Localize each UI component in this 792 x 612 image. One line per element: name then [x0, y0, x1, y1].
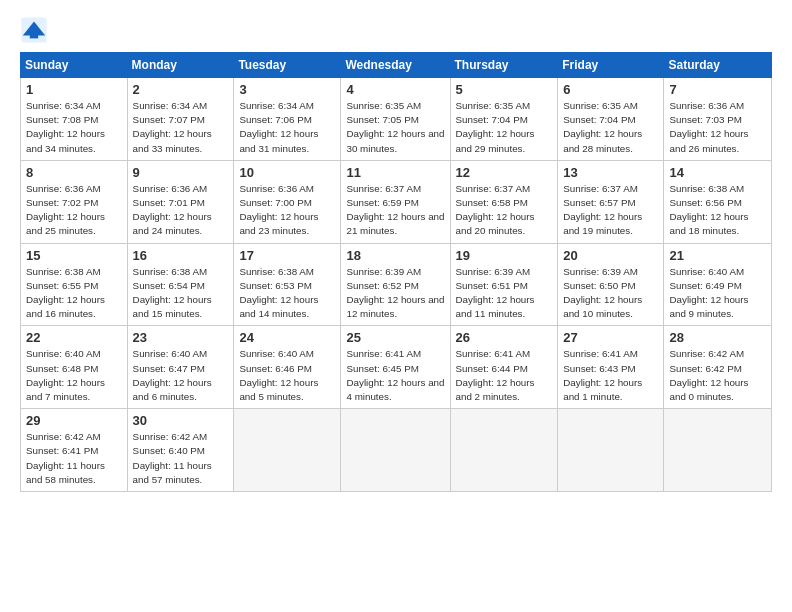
- calendar-cell: 16 Sunrise: 6:38 AMSunset: 6:54 PMDaylig…: [127, 243, 234, 326]
- day-number: 16: [133, 248, 229, 263]
- calendar-cell: 15 Sunrise: 6:38 AMSunset: 6:55 PMDaylig…: [21, 243, 128, 326]
- day-info: Sunrise: 6:42 AMSunset: 6:41 PMDaylight:…: [26, 431, 105, 485]
- day-info: Sunrise: 6:41 AMSunset: 6:43 PMDaylight:…: [563, 348, 642, 402]
- day-number: 24: [239, 330, 335, 345]
- day-number: 26: [456, 330, 553, 345]
- day-info: Sunrise: 6:42 AMSunset: 6:42 PMDaylight:…: [669, 348, 748, 402]
- day-number: 2: [133, 82, 229, 97]
- calendar-cell: 28 Sunrise: 6:42 AMSunset: 6:42 PMDaylig…: [664, 326, 772, 409]
- calendar-cell: 14 Sunrise: 6:38 AMSunset: 6:56 PMDaylig…: [664, 160, 772, 243]
- day-info: Sunrise: 6:36 AMSunset: 7:00 PMDaylight:…: [239, 183, 318, 237]
- header-sunday: Sunday: [21, 53, 128, 78]
- calendar-table: SundayMondayTuesdayWednesdayThursdayFrid…: [20, 52, 772, 492]
- calendar-cell: 21 Sunrise: 6:40 AMSunset: 6:49 PMDaylig…: [664, 243, 772, 326]
- calendar-cell: 11 Sunrise: 6:37 AMSunset: 6:59 PMDaylig…: [341, 160, 450, 243]
- day-number: 8: [26, 165, 122, 180]
- day-info: Sunrise: 6:42 AMSunset: 6:40 PMDaylight:…: [133, 431, 212, 485]
- day-number: 29: [26, 413, 122, 428]
- day-info: Sunrise: 6:36 AMSunset: 7:02 PMDaylight:…: [26, 183, 105, 237]
- logo: [20, 16, 52, 44]
- day-number: 13: [563, 165, 658, 180]
- calendar-cell: 9 Sunrise: 6:36 AMSunset: 7:01 PMDayligh…: [127, 160, 234, 243]
- header-wednesday: Wednesday: [341, 53, 450, 78]
- calendar-cell: 18 Sunrise: 6:39 AMSunset: 6:52 PMDaylig…: [341, 243, 450, 326]
- calendar-cell: 24 Sunrise: 6:40 AMSunset: 6:46 PMDaylig…: [234, 326, 341, 409]
- calendar-cell: 22 Sunrise: 6:40 AMSunset: 6:48 PMDaylig…: [21, 326, 128, 409]
- calendar-cell: 2 Sunrise: 6:34 AMSunset: 7:07 PMDayligh…: [127, 78, 234, 161]
- week-row-3: 15 Sunrise: 6:38 AMSunset: 6:55 PMDaylig…: [21, 243, 772, 326]
- day-number: 18: [346, 248, 444, 263]
- day-info: Sunrise: 6:40 AMSunset: 6:49 PMDaylight:…: [669, 266, 748, 320]
- day-number: 23: [133, 330, 229, 345]
- calendar-cell: [450, 409, 558, 492]
- day-info: Sunrise: 6:34 AMSunset: 7:06 PMDaylight:…: [239, 100, 318, 154]
- calendar-cell: [664, 409, 772, 492]
- day-info: Sunrise: 6:38 AMSunset: 6:54 PMDaylight:…: [133, 266, 212, 320]
- day-info: Sunrise: 6:37 AMSunset: 6:57 PMDaylight:…: [563, 183, 642, 237]
- day-number: 5: [456, 82, 553, 97]
- day-info: Sunrise: 6:40 AMSunset: 6:47 PMDaylight:…: [133, 348, 212, 402]
- day-info: Sunrise: 6:35 AMSunset: 7:04 PMDaylight:…: [456, 100, 535, 154]
- day-number: 25: [346, 330, 444, 345]
- day-info: Sunrise: 6:41 AMSunset: 6:44 PMDaylight:…: [456, 348, 535, 402]
- day-number: 27: [563, 330, 658, 345]
- day-number: 14: [669, 165, 766, 180]
- day-info: Sunrise: 6:38 AMSunset: 6:56 PMDaylight:…: [669, 183, 748, 237]
- calendar-cell: 5 Sunrise: 6:35 AMSunset: 7:04 PMDayligh…: [450, 78, 558, 161]
- header-thursday: Thursday: [450, 53, 558, 78]
- svg-rect-2: [30, 30, 38, 38]
- day-number: 19: [456, 248, 553, 263]
- calendar-header-row: SundayMondayTuesdayWednesdayThursdayFrid…: [21, 53, 772, 78]
- calendar-cell: [234, 409, 341, 492]
- calendar-cell: 17 Sunrise: 6:38 AMSunset: 6:53 PMDaylig…: [234, 243, 341, 326]
- day-number: 21: [669, 248, 766, 263]
- day-info: Sunrise: 6:39 AMSunset: 6:52 PMDaylight:…: [346, 266, 444, 320]
- day-info: Sunrise: 6:37 AMSunset: 6:58 PMDaylight:…: [456, 183, 535, 237]
- day-number: 15: [26, 248, 122, 263]
- day-info: Sunrise: 6:35 AMSunset: 7:05 PMDaylight:…: [346, 100, 444, 154]
- logo-icon: [20, 16, 48, 44]
- day-number: 17: [239, 248, 335, 263]
- calendar-cell: 30 Sunrise: 6:42 AMSunset: 6:40 PMDaylig…: [127, 409, 234, 492]
- calendar-cell: 10 Sunrise: 6:36 AMSunset: 7:00 PMDaylig…: [234, 160, 341, 243]
- day-number: 9: [133, 165, 229, 180]
- header-monday: Monday: [127, 53, 234, 78]
- header-friday: Friday: [558, 53, 664, 78]
- calendar-cell: [341, 409, 450, 492]
- day-number: 28: [669, 330, 766, 345]
- page: SundayMondayTuesdayWednesdayThursdayFrid…: [0, 0, 792, 612]
- header-saturday: Saturday: [664, 53, 772, 78]
- day-number: 22: [26, 330, 122, 345]
- calendar-cell: 6 Sunrise: 6:35 AMSunset: 7:04 PMDayligh…: [558, 78, 664, 161]
- day-number: 1: [26, 82, 122, 97]
- day-number: 30: [133, 413, 229, 428]
- day-info: Sunrise: 6:34 AMSunset: 7:08 PMDaylight:…: [26, 100, 105, 154]
- day-number: 11: [346, 165, 444, 180]
- day-number: 4: [346, 82, 444, 97]
- calendar-cell: 1 Sunrise: 6:34 AMSunset: 7:08 PMDayligh…: [21, 78, 128, 161]
- day-info: Sunrise: 6:41 AMSunset: 6:45 PMDaylight:…: [346, 348, 444, 402]
- week-row-4: 22 Sunrise: 6:40 AMSunset: 6:48 PMDaylig…: [21, 326, 772, 409]
- day-info: Sunrise: 6:38 AMSunset: 6:53 PMDaylight:…: [239, 266, 318, 320]
- header: [20, 16, 772, 44]
- week-row-1: 1 Sunrise: 6:34 AMSunset: 7:08 PMDayligh…: [21, 78, 772, 161]
- day-number: 7: [669, 82, 766, 97]
- week-row-2: 8 Sunrise: 6:36 AMSunset: 7:02 PMDayligh…: [21, 160, 772, 243]
- calendar-cell: 23 Sunrise: 6:40 AMSunset: 6:47 PMDaylig…: [127, 326, 234, 409]
- calendar-cell: 4 Sunrise: 6:35 AMSunset: 7:05 PMDayligh…: [341, 78, 450, 161]
- day-info: Sunrise: 6:34 AMSunset: 7:07 PMDaylight:…: [133, 100, 212, 154]
- calendar-cell: 3 Sunrise: 6:34 AMSunset: 7:06 PMDayligh…: [234, 78, 341, 161]
- day-number: 12: [456, 165, 553, 180]
- header-tuesday: Tuesday: [234, 53, 341, 78]
- day-info: Sunrise: 6:40 AMSunset: 6:46 PMDaylight:…: [239, 348, 318, 402]
- calendar-cell: [558, 409, 664, 492]
- day-number: 20: [563, 248, 658, 263]
- day-info: Sunrise: 6:36 AMSunset: 7:03 PMDaylight:…: [669, 100, 748, 154]
- day-info: Sunrise: 6:40 AMSunset: 6:48 PMDaylight:…: [26, 348, 105, 402]
- calendar-cell: 13 Sunrise: 6:37 AMSunset: 6:57 PMDaylig…: [558, 160, 664, 243]
- calendar-cell: 29 Sunrise: 6:42 AMSunset: 6:41 PMDaylig…: [21, 409, 128, 492]
- calendar-cell: 19 Sunrise: 6:39 AMSunset: 6:51 PMDaylig…: [450, 243, 558, 326]
- day-number: 6: [563, 82, 658, 97]
- week-row-5: 29 Sunrise: 6:42 AMSunset: 6:41 PMDaylig…: [21, 409, 772, 492]
- calendar-cell: 7 Sunrise: 6:36 AMSunset: 7:03 PMDayligh…: [664, 78, 772, 161]
